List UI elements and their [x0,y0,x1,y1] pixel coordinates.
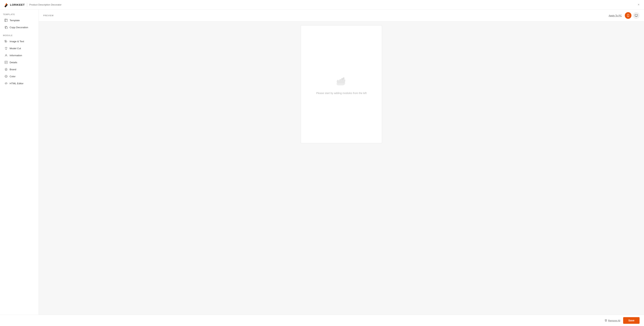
empty-state-illustration [334,74,349,89]
svg-line-25 [6,82,6,84]
svg-point-27 [628,16,628,16]
color-label: Color [10,75,16,78]
main-layout: TEMPLATE Template [0,9,644,315]
sidebar-item-html-editor[interactable]: HTML Editor [2,80,36,87]
logo-text: LORIKEET [10,3,25,6]
remove-all-button[interactable]: Remove All [605,319,620,322]
apply-to-pc-button[interactable]: Apply To PC [609,14,622,17]
brand-label: Brand [10,68,16,71]
details-icon [4,61,8,64]
app-header: LORIKEET Product Description Decorator × [0,0,644,9]
module-section-label: MODULE [2,34,36,36]
template-items: Template Copy Decoration [2,17,36,31]
html-editor-icon [4,82,8,85]
sidebar: TEMPLATE Template [0,9,39,315]
svg-rect-4 [5,19,6,21]
sidebar-item-information[interactable]: Information [2,52,36,59]
header-divider [27,3,27,7]
sidebar-item-template[interactable]: Template [2,17,36,24]
sidebar-item-brand[interactable]: Brand [2,66,36,73]
preview-canvas: Please start by adding modules from the … [301,25,382,143]
save-button[interactable]: Save [623,317,640,324]
sidebar-item-image-text[interactable]: Image & Text [2,38,36,45]
sidebar-item-copy-decoration[interactable]: Copy Decoration [2,24,36,31]
svg-rect-7 [6,27,7,29]
information-icon [4,54,8,57]
svg-point-20 [6,76,6,77]
desktop-toggle-button[interactable] [633,12,640,19]
preview-label: PREVIEW [43,14,606,16]
svg-rect-28 [635,14,638,16]
html-editor-label: HTML Editor [10,82,24,85]
header-subtitle: Product Description Decorator [29,3,62,6]
remove-all-label: Remove All [608,319,620,322]
mobile-toggle-button[interactable] [625,12,632,19]
app-footer: Remove All Save [0,315,644,326]
information-label: Information [10,54,22,57]
image-text-icon [4,40,8,43]
copy-decoration-label: Copy Decoration [10,26,28,29]
details-label: Details [10,61,17,64]
trash-icon [605,319,607,322]
desktop-icon [635,14,638,17]
svg-point-32 [343,77,344,79]
image-text-label: Image & Text [10,40,24,43]
template-label: Template [10,19,20,22]
empty-state: Please start by adding modules from the … [316,74,366,95]
empty-state-text: Please start by adding modules from the … [316,92,366,95]
logo-icon [4,2,9,7]
brand-icon [4,68,8,71]
svg-point-33 [344,78,344,78]
svg-point-12 [5,41,6,41]
template-icon [4,19,8,22]
svg-rect-3 [5,19,8,21]
header-left: LORIKEET Product Description Decorator [4,2,62,7]
copy-decoration-icon [4,26,8,29]
sidebar-item-color[interactable]: Color [2,73,36,80]
color-icon [4,75,8,78]
model-cut-label: Model Cut [10,47,21,50]
template-section-label: TEMPLATE [2,13,36,15]
logo: LORIKEET [4,2,25,7]
content-area: PREVIEW Apply To PC [39,9,644,315]
preview-area: Please start by adding modules from the … [39,21,644,315]
module-items: Image & Text Model Cut [2,38,36,87]
preview-header: PREVIEW Apply To PC [39,9,644,21]
sidebar-item-details[interactable]: Details [2,59,36,66]
close-button[interactable]: × [637,2,640,7]
sidebar-item-model-cut[interactable]: Model Cut [2,45,36,52]
mobile-icon [627,14,630,17]
view-toggle [625,12,640,19]
svg-marker-18 [5,68,8,71]
model-cut-icon [4,47,8,50]
